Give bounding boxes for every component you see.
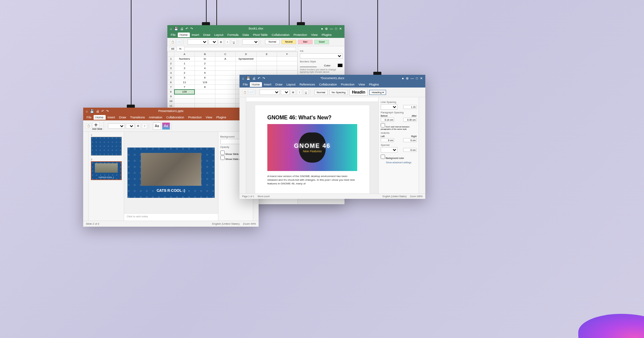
theme-preview[interactable]: Aa [162,122,170,130]
slide-canvas[interactable]: CATS R COOL :) [124,132,218,213]
cell[interactable]: In [195,57,215,61]
current-slide[interactable]: CATS R COOL :) [127,148,215,198]
heading-text[interactable]: GNOME 46: What's New? [267,115,357,121]
menu-file[interactable]: File [85,115,94,120]
copy-icon[interactable]: 📋 [86,123,91,129]
show-slide-checkbox[interactable] [220,151,225,155]
underline-icon[interactable]: U [303,90,309,95]
cell[interactable]: 8 [195,85,215,90]
language-indicator[interactable]: English (United States) [383,195,407,198]
menu-view[interactable]: View [357,82,367,87]
menu-collab[interactable]: Collaboration [164,115,186,120]
special-select[interactable]: (none) [381,147,397,153]
hero-image[interactable]: GNOME 46 New Features [267,124,357,171]
add-slide-button[interactable]: ➕Add Slide [92,122,102,130]
col-header[interactable]: D [235,52,257,57]
menu-plugins[interactable]: Plugins [214,115,228,120]
minimize-icon[interactable]: — [411,76,414,80]
print-icon[interactable]: 🖨 [252,76,256,80]
save-icon[interactable]: 💾 [174,27,178,31]
save-icon[interactable]: 💾 [246,76,250,80]
fontsize-select[interactable]: 26 [281,90,289,95]
cell[interactable]: 3 [174,66,195,71]
right-indent-input[interactable] [403,138,417,142]
page-counter[interactable]: Page 1 of 1 [242,195,254,198]
menu-view[interactable]: View [204,115,214,120]
style-nospacing[interactable]: No Spacing [329,90,348,95]
col-header[interactable]: C [215,52,235,57]
cell[interactable]: 7 [174,85,195,90]
copy-icon[interactable]: 📋 [170,39,175,45]
menu-data[interactable]: Data [240,33,251,37]
bold-icon[interactable]: B [218,39,224,45]
font-select[interactable]: Open Sans E [260,90,280,95]
cell[interactable]: 6 [195,75,215,80]
bg-color-checkbox[interactable] [381,155,385,159]
line-spacing-value[interactable] [403,105,417,109]
print-icon[interactable]: 🖨 [96,109,99,113]
cell[interactable]: 2 [174,71,195,75]
cell[interactable]: 5 [195,71,215,75]
menu-collab[interactable]: Collaboration [270,33,291,37]
menu-insert[interactable]: Insert [106,115,117,120]
maximize-icon[interactable]: □ [335,27,337,31]
bold-icon[interactable]: B [290,90,296,95]
user-icon[interactable]: ● [321,27,323,31]
notes-panel[interactable]: Click to add notes [124,213,218,221]
font-select[interactable]: Arial [108,123,125,129]
slide-thumb-1[interactable] [91,137,121,156]
menu-layout[interactable]: Layout [212,33,225,37]
dont-add-checkbox[interactable] [381,123,385,127]
cell[interactable]: Numbers [174,57,195,61]
cell-selected[interactable]: 128 [174,90,195,94]
menu-plugins[interactable]: Plugins [320,33,334,37]
menu-home[interactable]: Home [178,33,190,37]
slide-image-cat[interactable] [141,153,201,186]
search-icon[interactable]: ⊕ [325,27,328,31]
menu-animation[interactable]: Animation [147,115,164,120]
underline-icon[interactable]: U [231,39,236,45]
menu-formula[interactable]: Formula [225,33,240,37]
cell[interactable]: 2 [195,61,215,66]
advanced-link[interactable]: Show advanced settings [381,161,417,164]
search-icon[interactable]: ⊕ [406,76,409,80]
fx-label[interactable]: fx [179,47,181,50]
user-icon[interactable]: ● [402,76,404,80]
col-header[interactable]: F [277,52,298,57]
menu-collab[interactable]: Collaboration [317,82,339,87]
paste-icon[interactable]: 📄 [249,90,254,95]
menu-file[interactable]: File [241,82,250,87]
redo-icon[interactable]: ↷ [262,76,265,80]
menu-draw[interactable]: Draw [201,33,212,37]
home-icon[interactable]: ⌂ [242,76,244,80]
home-icon[interactable]: ⌂ [170,27,172,31]
language-indicator[interactable]: English (United States) [212,222,239,225]
menu-insert[interactable]: Insert [262,82,274,87]
zoom-indicator[interactable]: Zoom 44% [243,222,256,225]
menu-plugins[interactable]: Plugins [367,82,381,87]
menu-references[interactable]: References [298,82,317,87]
border-style-preview[interactable] [300,64,317,67]
cell[interactable]: 11 [174,80,195,85]
copy-icon[interactable]: 📋 [242,90,248,95]
italic-icon[interactable]: I [142,123,147,129]
left-indent-input[interactable] [381,138,394,142]
style-neutral[interactable]: Neutral [281,40,296,44]
theme-preview[interactable]: Aa [153,122,161,130]
paragraph-text[interactable]: A brand new version of the GNOME desktop… [267,174,357,186]
presentation-titlebar[interactable]: ⌂ 💾 🖨 ↶ ↷ Presentation1.pptx ● — □ ✕ [83,108,259,114]
style-normal[interactable]: Normal [265,40,280,44]
maximize-icon[interactable]: □ [416,76,418,80]
before-input[interactable] [381,118,394,122]
special-input[interactable] [403,148,417,152]
ruler[interactable] [246,97,378,102]
document-page[interactable]: GNOME 46: What's New? GNOME 46 New Featu… [255,105,369,193]
menu-protection[interactable]: Protection [339,82,357,87]
style-bad[interactable]: Bad [298,40,313,44]
menu-draw[interactable]: Draw [117,115,128,120]
redo-icon[interactable]: ↷ [106,109,109,113]
menu-pivot[interactable]: Pivot Table [251,33,270,37]
style-heading1[interactable]: Heading ▾ [369,90,386,95]
menu-view[interactable]: View [309,33,320,37]
menu-protection[interactable]: Protection [186,115,204,120]
